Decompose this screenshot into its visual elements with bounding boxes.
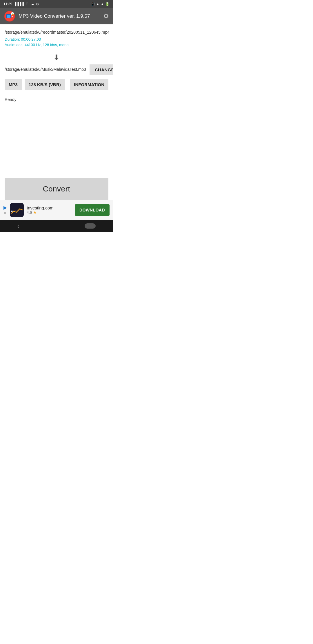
content-spacer: [5, 102, 108, 176]
battery-icon: 🔋: [105, 2, 110, 6]
notification-icon: 🗒: [26, 2, 29, 6]
format-button[interactable]: MP3: [5, 79, 22, 90]
time-display: 11:39: [3, 2, 12, 6]
status-right: 📳 ▲ ▲ 🔋: [90, 2, 110, 6]
cloud-icon: ☁: [31, 2, 34, 6]
information-button[interactable]: INFORMATION: [70, 79, 108, 90]
app-bar: 🔒 MP3 Video Converter ver. 1.9.57 ⚙: [0, 8, 113, 24]
ad-rating-value: 4.6: [27, 210, 32, 215]
settings-icon[interactable]: ⚙: [103, 12, 109, 20]
ad-banner: ▶ ✕ inv Investing.com 4.6 ★ DOWNLOAD: [0, 200, 113, 220]
main-content: /storage/emulated/0/recordmaster/2020051…: [0, 24, 113, 200]
no-symbol-icon: ⊘: [36, 2, 39, 6]
ad-rating: 4.6 ★: [27, 210, 72, 215]
output-file-row: /storage/emulated/0/Music/MalavidaTest.m…: [5, 64, 108, 75]
vibrate-icon: 📳: [90, 2, 95, 6]
source-audio: Audio: aac, 44100 Hz, 128 kb/s, mono: [5, 42, 110, 48]
ad-text-block: Investing.com 4.6 ★: [27, 205, 72, 215]
status-text: Ready: [5, 97, 108, 102]
source-duration: Duration: 00:00:27.03: [5, 37, 110, 42]
svg-rect-2: [7, 15, 10, 18]
bitrate-button[interactable]: 128 KB/S (VBR): [25, 79, 65, 90]
signal-strength-icon: ▲: [101, 2, 104, 6]
output-file-path: /storage/emulated/0/Music/MalavidaTest.m…: [5, 67, 90, 73]
convert-button[interactable]: Convert: [5, 178, 108, 200]
ad-app-name: Investing.com: [27, 205, 72, 210]
back-button[interactable]: ‹: [17, 223, 19, 229]
source-file-info: /storage/emulated/0/recordmaster/2020051…: [5, 30, 113, 48]
ad-download-button[interactable]: DOWNLOAD: [75, 204, 110, 216]
status-left: 11:39 ▐▐▐▐ 🗒 ☁ ⊘: [3, 2, 39, 6]
nav-bar: ‹: [0, 220, 113, 232]
home-button[interactable]: [85, 223, 96, 229]
down-arrow-icon: ⬇: [53, 53, 60, 62]
source-file-path: /storage/emulated/0/recordmaster/2020051…: [5, 30, 110, 35]
wifi-icon: ▲: [96, 2, 99, 6]
arrow-row: ⬇: [5, 53, 108, 62]
ad-app-logo: inv: [10, 203, 24, 217]
ad-star-icon: ★: [33, 210, 37, 215]
signal-icon: ▐▐▐▐: [14, 2, 24, 6]
source-file-row: /storage/emulated/0/recordmaster/2020051…: [5, 30, 108, 48]
app-title: MP3 Video Converter ver. 1.9.57: [19, 13, 100, 19]
ad-play-icon[interactable]: ▶: [3, 205, 7, 210]
svg-text:🔒: 🔒: [12, 13, 14, 15]
ad-close-icon[interactable]: ✕: [3, 211, 6, 215]
change-button[interactable]: CHANGE: [90, 64, 113, 75]
app-logo: 🔒: [4, 11, 15, 22]
format-row: MP3 128 KB/S (VBR) INFORMATION: [5, 79, 108, 90]
divider: [5, 94, 108, 94]
status-bar: 11:39 ▐▐▐▐ 🗒 ☁ ⊘ 📳 ▲ ▲ 🔋: [0, 0, 113, 8]
